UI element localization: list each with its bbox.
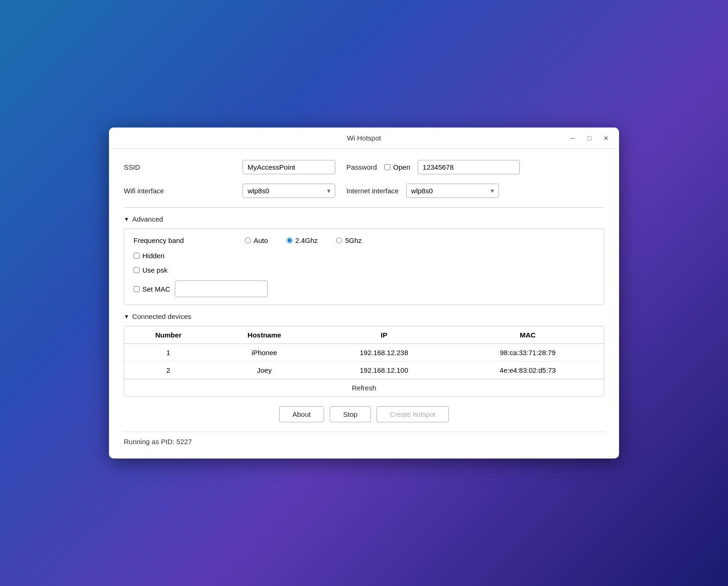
ssid-password-row: SSID Password Open (124, 160, 604, 174)
create-hotspot-button[interactable]: Create hotspot (377, 406, 449, 422)
use-psk-label: Use psk (142, 266, 167, 274)
hidden-option[interactable]: Hidden (134, 252, 594, 260)
freq-5-option[interactable]: 5Ghz (336, 236, 362, 244)
minimize-button[interactable]: ─ (567, 133, 578, 144)
col-ip: IP (316, 326, 452, 344)
bottom-buttons: About Stop Create hotspot (124, 406, 604, 422)
internet-interface-select-wrapper: wlp8s0 ▼ (406, 184, 499, 198)
password-input[interactable] (418, 160, 520, 174)
frequency-band-row: Frequency band Auto 2.4Ghz 5Ghz (134, 236, 594, 244)
status-text: Running as PID: 5227 (124, 438, 192, 446)
freq-2-4-option[interactable]: 2.4Ghz (287, 236, 318, 244)
open-checkbox[interactable] (384, 164, 390, 170)
connected-devices-toggle[interactable]: ▼ Connected devices (124, 312, 604, 320)
window-controls: ─ □ ✕ (567, 133, 612, 144)
internet-interface-label: Internet interface (346, 187, 399, 195)
connected-devices-label: Connected devices (132, 312, 192, 320)
main-content: SSID Password Open Wifi interface wlp8s0… (109, 149, 619, 459)
use-psk-option[interactable]: Use psk (134, 266, 594, 274)
freq-auto-label: Auto (254, 236, 268, 244)
maximize-button[interactable]: □ (584, 133, 595, 144)
internet-interface-select[interactable]: wlp8s0 (406, 184, 499, 198)
mac-input[interactable] (175, 280, 268, 297)
freq-2-4-label: 2.4Ghz (295, 236, 318, 244)
stop-button[interactable]: Stop (330, 406, 371, 422)
advanced-label: Advanced (132, 215, 163, 223)
set-mac-option[interactable]: Set MAC (134, 285, 170, 293)
advanced-box: Frequency band Auto 2.4Ghz 5Ghz Hidden (124, 229, 604, 305)
col-mac: MAC (452, 326, 604, 344)
password-label: Password (346, 163, 377, 171)
close-button[interactable]: ✕ (600, 133, 612, 144)
refresh-button[interactable]: Refresh (124, 379, 604, 396)
about-button[interactable]: About (279, 406, 324, 422)
wifi-interface-label: Wifi interface (124, 187, 235, 195)
ssid-input[interactable] (243, 160, 335, 174)
devices-header-row: Number Hostname IP MAC (124, 326, 604, 344)
device-mac: 4e:e4:83:02:d5:73 (452, 362, 604, 379)
device-mac: 98:ca:33:71:28:79 (452, 344, 604, 362)
connected-devices-triangle-icon: ▼ (124, 313, 129, 320)
connected-devices-box: Number Hostname IP MAC 1 iPhonee 192.168… (124, 326, 604, 397)
col-hostname: Hostname (212, 326, 316, 344)
devices-table: Number Hostname IP MAC 1 iPhonee 192.168… (124, 326, 604, 379)
device-number: 1 (124, 344, 212, 362)
device-number: 2 (124, 362, 212, 379)
device-hostname: iPhonee (212, 344, 316, 362)
table-row: 1 iPhonee 192.168.12.238 98:ca:33:71:28:… (124, 344, 604, 362)
frequency-band-label: Frequency band (134, 236, 226, 244)
set-mac-label: Set MAC (142, 285, 170, 293)
interfaces-row: Wifi interface wlp8s0 ▼ Internet interfa… (124, 184, 604, 198)
table-row: 2 Joey 192.168.12.100 4e:e4:83:02:d5:73 (124, 362, 604, 379)
ssid-label: SSID (124, 163, 235, 171)
titlebar: Wi Hotspot ─ □ ✕ (109, 127, 619, 149)
devices-table-header: Number Hostname IP MAC (124, 326, 604, 344)
freq-auto-radio[interactable] (245, 237, 251, 243)
app-window: Wi Hotspot ─ □ ✕ SSID Password Open Wifi… (109, 127, 619, 459)
advanced-toggle[interactable]: ▼ Advanced (124, 215, 604, 223)
hidden-label: Hidden (142, 252, 165, 260)
device-ip: 192.168.12.238 (316, 344, 452, 362)
set-mac-row: Set MAC (134, 280, 594, 297)
set-mac-checkbox[interactable] (134, 286, 140, 292)
open-checkbox-area: Open (384, 163, 410, 171)
devices-table-body: 1 iPhonee 192.168.12.238 98:ca:33:71:28:… (124, 344, 604, 379)
col-number: Number (124, 326, 212, 344)
divider-1 (124, 207, 604, 208)
open-label[interactable]: Open (393, 163, 410, 171)
device-hostname: Joey (212, 362, 316, 379)
wifi-interface-select-wrapper: wlp8s0 ▼ (243, 184, 335, 198)
use-psk-checkbox[interactable] (134, 267, 140, 273)
wifi-interface-select[interactable]: wlp8s0 (243, 184, 335, 198)
freq-2-4-radio[interactable] (287, 237, 293, 243)
device-ip: 192.168.12.100 (316, 362, 452, 379)
status-bar: Running as PID: 5227 (124, 432, 604, 447)
window-title: Wi Hotspot (347, 134, 381, 142)
freq-auto-option[interactable]: Auto (245, 236, 268, 244)
freq-5-label: 5Ghz (345, 236, 362, 244)
advanced-triangle-icon: ▼ (124, 216, 129, 223)
hidden-checkbox[interactable] (134, 253, 140, 259)
freq-5-radio[interactable] (336, 237, 342, 243)
